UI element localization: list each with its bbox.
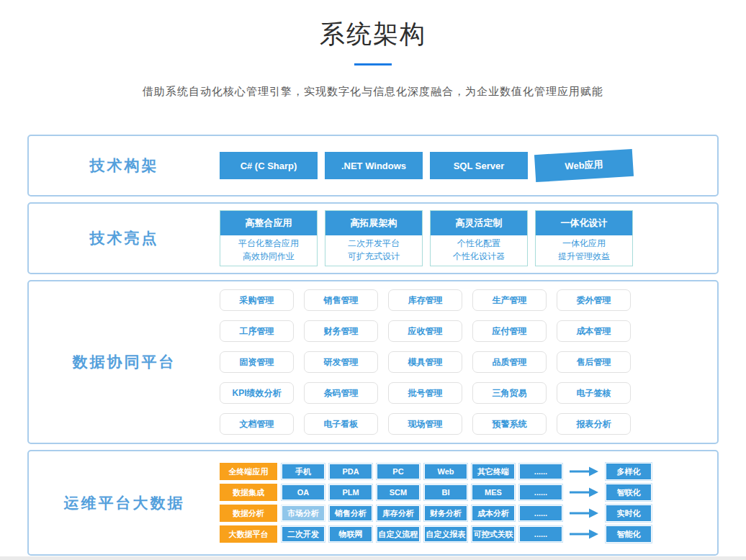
tech-button-web[interactable]: Web应用 (534, 149, 634, 182)
bigdata-cell[interactable]: PDA (329, 464, 372, 479)
arrow-right-icon (570, 508, 598, 518)
section-tech-stack: 技术构架 C# (C Sharp) .NET Windows SQL Serve… (27, 135, 719, 197)
section-platform-label: 数据协同平台 (29, 281, 220, 443)
highlight-line: 平台化整合应用 (220, 237, 317, 250)
row-tag: 数据集成 (220, 484, 277, 501)
highlight-card-title: 一体化设计 (536, 211, 632, 235)
highlight-line: 高效协同作业 (220, 250, 317, 263)
highlight-card-flexibility: 高灵活定制 个性化配置 个性化设计器 (430, 210, 528, 266)
highlight-card-unified: 一体化设计 一体化应用 提升管理效益 (535, 210, 633, 266)
module-chip[interactable]: 工序管理 (220, 320, 294, 342)
highlight-line: 可扩充式设计 (325, 250, 422, 263)
module-chip[interactable]: 库存管理 (388, 289, 462, 311)
module-chip[interactable]: 报表分析 (557, 413, 631, 435)
section-tech-stack-label: 技术构架 (29, 136, 220, 195)
bigdata-cell-more[interactable]: ...... (519, 484, 562, 500)
bigdata-result: 实时化 (606, 505, 652, 522)
section-platform: 数据协同平台 采购管理 销售管理 库存管理 生产管理 委外管理 工序管理 财务管… (27, 280, 719, 444)
highlight-line: 一体化应用 (536, 237, 632, 250)
module-chip[interactable]: 研发管理 (304, 351, 378, 373)
page-bottom-divider (0, 556, 746, 560)
module-chip[interactable]: 预警系统 (472, 413, 547, 435)
bigdata-cell[interactable]: 手机 (282, 464, 325, 479)
bigdata-cell[interactable]: 库存分析 (377, 505, 420, 521)
module-chip[interactable]: 电子看板 (304, 413, 378, 435)
tech-button-csharp[interactable]: C# (C Sharp) (220, 152, 318, 179)
module-chip[interactable]: 文档管理 (220, 413, 294, 435)
module-grid: 采购管理 销售管理 库存管理 生产管理 委外管理 工序管理 财务管理 应收管理 … (220, 281, 631, 443)
module-chip[interactable]: 售后管理 (557, 351, 631, 373)
highlight-line: 提升管理效益 (536, 250, 632, 263)
highlight-card-title: 高整合应用 (220, 211, 317, 235)
module-chip[interactable]: 应付管理 (472, 320, 547, 342)
bigdata-row-platform: 大数据平台 二次开发 物联网 自定义流程 自定义报表 可控式关联 ...... … (220, 525, 652, 543)
highlight-card-title: 高灵活定制 (431, 211, 527, 235)
module-chip[interactable]: 品质管理 (472, 351, 547, 373)
highlight-cards: 高整合应用 平台化整合应用 高效协同作业 高拓展架构 二次开发平台 可扩充式设计… (220, 204, 717, 273)
bigdata-cell[interactable]: OA (282, 484, 325, 500)
tech-button-sqlserver[interactable]: SQL Server (430, 152, 528, 179)
bigdata-result: 智能化 (606, 525, 652, 543)
bigdata-cell[interactable]: 财务分析 (424, 505, 467, 521)
bigdata-cell-more[interactable]: ...... (519, 526, 562, 542)
bigdata-cell[interactable]: 自定义流程 (377, 526, 420, 542)
bigdata-cell[interactable]: Web (424, 464, 467, 479)
page-subtitle: 借助系统自动化核心管理引擎，实现数字化与信息化深度融合，为企业数值化管理应用赋能 (0, 85, 746, 99)
highlight-card-body: 平台化整合应用 高效协同作业 (220, 235, 317, 266)
module-chip[interactable]: KPI绩效分析 (220, 382, 294, 404)
module-chip[interactable]: 模具管理 (388, 351, 462, 373)
section-bigdata: 运维平台大数据 全终端应用 手机 PDA PC Web 其它终端 ...... … (27, 450, 719, 556)
bigdata-cell[interactable]: 成本分析 (472, 505, 515, 521)
architecture-diagram: 技术构架 C# (C Sharp) .NET Windows SQL Serve… (27, 135, 719, 556)
bigdata-cell[interactable]: 自定义报表 (424, 526, 467, 542)
row-tag: 大数据平台 (220, 525, 277, 543)
bigdata-result: 多样化 (606, 463, 652, 480)
highlight-line: 二次开发平台 (325, 237, 422, 250)
row-tag: 全终端应用 (220, 463, 277, 480)
bigdata-cell[interactable]: SCM (377, 484, 420, 500)
highlight-card-integration: 高整合应用 平台化整合应用 高效协同作业 (220, 210, 318, 266)
module-chip[interactable]: 委外管理 (557, 289, 631, 311)
bigdata-row-analytics: 数据分析 市场分析 销售分析 库存分析 财务分析 成本分析 ...... 实时化 (220, 505, 652, 522)
tech-stack-buttons: C# (C Sharp) .NET Windows SQL Server Web… (220, 136, 717, 195)
module-chip[interactable]: 三角贸易 (472, 382, 547, 404)
bigdata-cell[interactable]: 可控式关联 (472, 526, 515, 542)
highlight-card-title: 高拓展架构 (325, 211, 422, 235)
module-chip[interactable]: 销售管理 (304, 289, 378, 311)
bigdata-cell[interactable]: PC (377, 464, 420, 479)
page-header: 系统架构 借助系统自动化核心管理引擎，实现数字化与信息化深度融合，为企业数值化管… (0, 0, 746, 99)
bigdata-cell[interactable]: 二次开发 (282, 526, 325, 542)
bigdata-row-terminals: 全终端应用 手机 PDA PC Web 其它终端 ...... 多样化 (220, 463, 652, 480)
highlight-card-body: 二次开发平台 可扩充式设计 (325, 235, 422, 266)
module-chip[interactable]: 批号管理 (388, 382, 462, 404)
bigdata-cell[interactable]: MES (472, 484, 515, 500)
page-title: 系统架构 (0, 0, 746, 51)
bigdata-cell-more[interactable]: ...... (519, 505, 562, 521)
module-chip[interactable]: 应收管理 (388, 320, 462, 342)
module-chip[interactable]: 财务管理 (304, 320, 378, 342)
module-chip[interactable]: 电子签核 (557, 382, 631, 404)
highlight-line: 个性化设计器 (431, 250, 527, 263)
highlight-card-body: 一体化应用 提升管理效益 (536, 235, 632, 266)
bigdata-cell-more[interactable]: ...... (519, 464, 562, 479)
arrow-right-icon (570, 466, 598, 477)
bigdata-cell[interactable]: 销售分析 (329, 505, 372, 521)
bigdata-cell[interactable]: 市场分析 (282, 505, 325, 521)
bigdata-cell[interactable]: 其它终端 (472, 464, 515, 479)
bigdata-result: 智联化 (606, 484, 652, 501)
highlight-card-extensibility: 高拓展架构 二次开发平台 可扩充式设计 (325, 210, 423, 266)
bigdata-cell[interactable]: PLM (329, 484, 372, 500)
module-chip[interactable]: 固资管理 (220, 351, 294, 373)
module-chip[interactable]: 生产管理 (472, 289, 547, 311)
module-chip[interactable]: 采购管理 (220, 289, 294, 311)
tech-button-dotnet[interactable]: .NET Windows (325, 152, 423, 179)
module-chip[interactable]: 条码管理 (304, 382, 378, 404)
bigdata-cell[interactable]: BI (424, 484, 467, 500)
bigdata-row-integration: 数据集成 OA PLM SCM BI MES ...... 智联化 (220, 484, 652, 501)
highlight-card-body: 个性化配置 个性化设计器 (431, 235, 527, 266)
module-chip[interactable]: 现场管理 (388, 413, 462, 435)
arrow-right-icon (570, 529, 598, 539)
module-chip[interactable]: 成本管理 (557, 320, 631, 342)
bigdata-cell[interactable]: 物联网 (329, 526, 372, 542)
section-highlights: 技术亮点 高整合应用 平台化整合应用 高效协同作业 高拓展架构 二次开发平台 可… (27, 202, 719, 274)
